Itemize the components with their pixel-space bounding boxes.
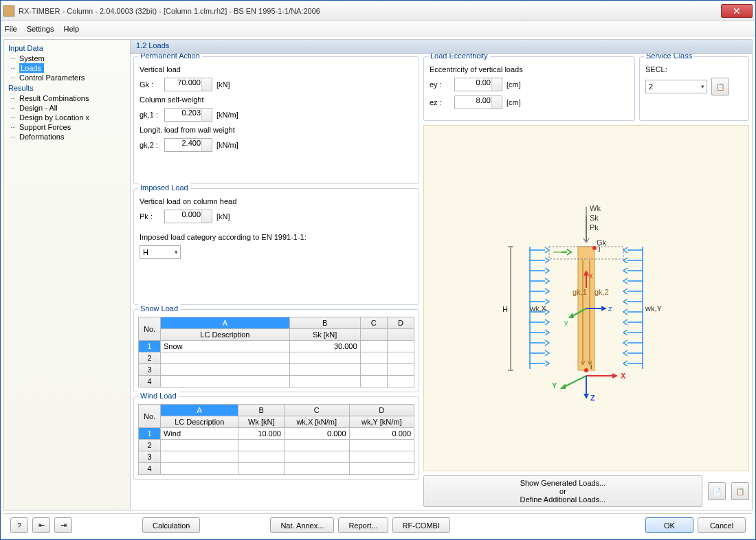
snow-col-b[interactable]: B: [289, 317, 360, 329]
prev-button[interactable]: ⇤: [32, 517, 50, 533]
g2-symbol: gk,2 :: [140, 141, 160, 149]
g1-input[interactable]: 0.203: [164, 108, 212, 122]
svg-text:y: y: [564, 318, 568, 326]
ez-input[interactable]: 8.00: [454, 95, 502, 109]
pk-input[interactable]: 0.000: [164, 210, 212, 223]
wind-col-desc: LC Description: [161, 416, 238, 428]
menubar: File Settings Help: [1, 21, 755, 36]
secl-info-button[interactable]: 📋: [711, 78, 729, 95]
svg-text:H: H: [502, 305, 508, 313]
menu-help[interactable]: Help: [63, 25, 79, 33]
close-button[interactable]: ✕: [721, 4, 753, 18]
copy-button[interactable]: 📄: [708, 482, 726, 500]
pk-unit: [kN]: [216, 212, 244, 221]
svg-text:wk,X: wk,X: [529, 304, 547, 313]
menu-settings[interactable]: Settings: [27, 25, 54, 33]
svg-text:Pk: Pk: [590, 223, 599, 232]
window-title: RX-TIMBER - Column - 2.04.0003 (32bit) -…: [19, 7, 721, 15]
ok-button[interactable]: OK: [645, 517, 693, 533]
svg-text:Z: Z: [590, 394, 595, 402]
pk-symbol: Pk :: [140, 212, 160, 221]
wind-load-group: Wind Load No. A B C D LC Description: [133, 396, 419, 480]
rfcombi-button[interactable]: RF-COMBI: [392, 517, 450, 533]
vhead-label: Vertical load on column head: [140, 197, 263, 205]
ey-unit: [cm]: [507, 80, 534, 89]
report-button[interactable]: Report...: [338, 517, 388, 533]
svg-text:x: x: [589, 271, 593, 280]
snow-load-group: Snow Load No. A B C D LC Description: [133, 309, 419, 392]
menu-file[interactable]: File: [5, 25, 17, 33]
tree-item-control[interactable]: Control Parameters: [4, 73, 130, 82]
csw-label: Column self-weight: [140, 95, 263, 104]
paste-button[interactable]: 📋: [731, 482, 749, 500]
tree-item-design-all[interactable]: Design - All: [4, 103, 130, 113]
tree-group-input: Input Data: [4, 43, 130, 54]
snow-col-no: No.: [139, 317, 161, 341]
svg-text:Wk: Wk: [590, 204, 601, 212]
ez-unit: [cm]: [507, 98, 534, 106]
gk-unit: [kN]: [216, 80, 244, 89]
define-additional-button[interactable]: Define Additional Loads...: [427, 495, 699, 504]
app-icon: [3, 5, 14, 16]
svg-text:Sk: Sk: [590, 214, 599, 222]
wind-col-a[interactable]: A: [161, 405, 238, 416]
wind-col-d[interactable]: D: [349, 405, 414, 416]
or-label: or: [427, 487, 699, 495]
generated-loads-box: Show Generated Loads... or Define Additi…: [423, 475, 702, 507]
tree-item-design-loc[interactable]: Design by Location x: [4, 113, 130, 122]
nav-tree: Input Data System Loads Control Paramete…: [4, 40, 131, 510]
secl-label: SECL:: [645, 65, 667, 74]
titlebar: RX-TIMBER - Column - 2.04.0003 (32bit) -…: [1, 1, 755, 21]
g2-input[interactable]: 2.400: [164, 138, 212, 152]
tree-item-support[interactable]: Support Forces: [4, 122, 130, 132]
snow-col-c[interactable]: C: [360, 317, 387, 329]
snow-col-a[interactable]: A: [161, 317, 290, 329]
wind-col-wk: Wk [kN]: [238, 416, 284, 428]
tree-group-results: Results: [4, 82, 130, 93]
wind-col-c[interactable]: C: [284, 405, 349, 416]
wind-col-b[interactable]: B: [238, 405, 284, 416]
help-button[interactable]: ?: [10, 517, 28, 533]
secl-select[interactable]: 2: [645, 80, 707, 93]
vload-label: Vertical load: [140, 65, 263, 74]
svc-title: Service Class: [644, 54, 694, 60]
content: Input Data System Loads Control Paramete…: [3, 39, 753, 510]
gk-symbol: Gk :: [140, 80, 160, 89]
ecc-label: Eccentricity of vertical loads: [430, 65, 523, 74]
ey-input[interactable]: 0.00: [454, 78, 502, 91]
service-class-group: Service Class SECL: 2 📋: [639, 56, 749, 121]
page-title: 1.2 Loads: [131, 40, 752, 54]
nat-annex-button[interactable]: Nat. Annex...: [270, 517, 334, 533]
tree-item-loads[interactable]: Loads: [19, 63, 44, 73]
lwall-label: Longit. load from wall weight: [140, 126, 263, 134]
tree-item-system[interactable]: System: [4, 54, 130, 63]
wind-col-wky: wk,Y [kN/m]: [349, 416, 414, 428]
category-select[interactable]: H: [140, 245, 181, 259]
gk-input[interactable]: 70.000: [164, 78, 212, 91]
cancel-button[interactable]: Cancel: [698, 517, 746, 533]
footer: ? ⇤ ⇥ Calculation Nat. Annex... Report..…: [3, 513, 753, 537]
snow-col-desc: LC Description: [161, 329, 290, 341]
svg-marker-28: [560, 383, 566, 389]
cat-label: Imposed load category according to EN 19…: [140, 233, 307, 241]
snow-col-d[interactable]: D: [387, 317, 414, 329]
imposed-load-group: Imposed Load Vertical load on column hea…: [133, 188, 419, 305]
svg-text:wk,Y: wk,Y: [645, 304, 663, 313]
tree-item-result-comb[interactable]: Result Combinations: [4, 93, 130, 103]
next-button[interactable]: ⇥: [54, 517, 72, 533]
svg-marker-20: [568, 313, 574, 318]
g1-symbol: gk,1 :: [140, 111, 160, 119]
g2-unit: [kN/m]: [216, 141, 244, 149]
tree-item-deform[interactable]: Deformations: [4, 132, 130, 142]
svg-text:gk,1: gk,1: [572, 288, 587, 296]
calculation-button[interactable]: Calculation: [142, 517, 200, 533]
ez-symbol: ez :: [430, 98, 450, 106]
svg-text:X: X: [621, 372, 626, 380]
snow-col-sk: Sk [kN]: [289, 329, 360, 341]
snow-title: Snow Load: [138, 304, 180, 313]
svg-marker-30: [583, 394, 589, 399]
snow-table[interactable]: No. A B C D LC Description Sk [kN]: [138, 317, 414, 387]
show-generated-button[interactable]: Show Generated Loads...: [427, 479, 699, 487]
wind-table[interactable]: No. A B C D LC Description Wk [kN] wk,X …: [138, 404, 414, 475]
main-panel: 1.2 Loads Permanent Action Vertical load…: [131, 40, 752, 510]
